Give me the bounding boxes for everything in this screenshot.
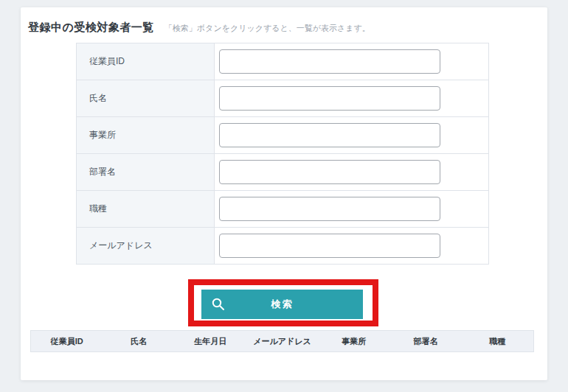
department-input[interactable] [219,160,440,184]
column-header-office: 事業所 [318,336,389,347]
column-header-job-type: 職種 [462,336,533,347]
office-label: 事業所 [77,117,215,153]
form-row-department: 部署名 [77,154,488,191]
column-header-email: メールアドレス [246,336,318,347]
search-form: 従業員ID 氏名 事業所 部署名 職種 [76,43,489,265]
column-header-birthdate: 生年月日 [175,336,246,347]
form-row-name: 氏名 [77,80,488,117]
search-button-label: 検索 [271,298,294,309]
search-button[interactable]: 検索 [201,290,363,319]
job-type-input[interactable] [219,197,440,221]
name-label: 氏名 [77,80,215,116]
form-row-employee-id: 従業員ID [77,43,488,80]
results-table-header: 従業員ID 氏名 生年月日 メールアドレス 事業所 部署名 職種 [30,330,534,352]
magnifier-icon [211,297,226,312]
content-card: 登録中の受検対象者一覧 「検索」ボタンをクリックすると、一覧が表示さます。 従業… [21,7,547,380]
employee-id-input[interactable] [219,49,440,74]
page-subtitle: 「検索」ボタンをクリックすると、一覧が表示さます。 [164,23,370,34]
email-input[interactable] [219,234,440,258]
job-type-label: 職種 [77,191,215,227]
department-label: 部署名 [77,154,215,190]
column-header-employee-id: 従業員ID [31,336,103,347]
form-row-office: 事業所 [77,117,488,154]
heading-row: 登録中の受検対象者一覧 「検索」ボタンをクリックすると、一覧が表示さます。 [28,21,537,35]
employee-id-label: 従業員ID [77,43,215,80]
form-row-email: メールアドレス [77,228,488,265]
column-header-department: 部署名 [389,336,461,347]
column-header-name: 氏名 [103,336,174,347]
office-input[interactable] [219,123,440,147]
name-input[interactable] [219,86,440,111]
page-title: 登録中の受検対象者一覧 [28,21,154,35]
email-label: メールアドレス [77,228,215,264]
form-row-job-type: 職種 [77,191,488,228]
